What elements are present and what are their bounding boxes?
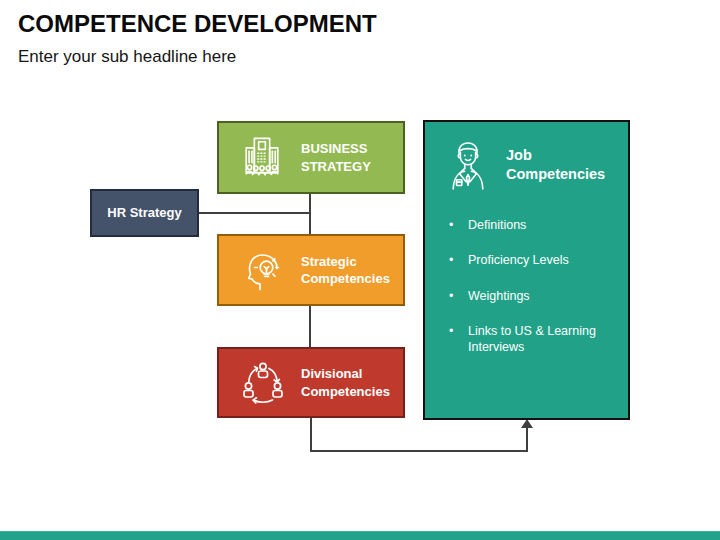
strategic-competencies-box: Strategic Competencies xyxy=(217,234,405,306)
connector-bottom-horizontal-line xyxy=(310,450,528,452)
job-competency-bullet-item: Proficiency Levels xyxy=(447,252,608,268)
connector-up-to-job-line xyxy=(526,427,528,452)
people-cycle-icon xyxy=(239,359,287,407)
connector-strategic-divisional-line xyxy=(309,305,311,347)
connector-hr-line xyxy=(198,212,310,214)
job-competency-bullet-item: Weightings xyxy=(447,288,608,304)
footer-accent-bar xyxy=(0,531,720,540)
arrow-up-icon xyxy=(521,419,533,428)
job-competencies-panel: Job Competencies DefinitionsProficiency … xyxy=(423,120,630,420)
job-competencies-header: Job Competencies xyxy=(447,138,614,192)
divisional-competencies-box: Divisional Competencies xyxy=(217,347,405,418)
job-competency-bullet-item: Definitions xyxy=(447,217,608,233)
strategic-competencies-label: Strategic Competencies xyxy=(301,253,397,287)
job-competencies-bullet-list: DefinitionsProficiency LevelsWeightingsL… xyxy=(447,217,614,355)
slide-canvas: COMPETENCE DEVELOPMENT Enter your sub he… xyxy=(0,0,720,540)
building-people-icon xyxy=(239,135,285,181)
businessman-icon xyxy=(447,138,489,192)
job-competencies-label: Job Competencies xyxy=(506,146,614,185)
slide-subtitle-placeholder: Enter your sub headline here xyxy=(18,47,236,67)
hr-strategy-label: HR Strategy xyxy=(107,204,181,221)
divisional-competencies-label: Divisional Competencies xyxy=(301,365,397,399)
job-competency-bullet-item: Links to US & Learning Interviews xyxy=(447,323,608,356)
hr-strategy-box: HR Strategy xyxy=(90,189,199,237)
slide-title: COMPETENCE DEVELOPMENT xyxy=(18,10,377,38)
business-strategy-label: BUSINESS STRATEGY xyxy=(301,140,387,174)
business-strategy-box: BUSINESS STRATEGY xyxy=(217,121,405,194)
head-lightbulb-icon xyxy=(239,246,287,294)
connector-divisional-down-line xyxy=(310,417,312,452)
